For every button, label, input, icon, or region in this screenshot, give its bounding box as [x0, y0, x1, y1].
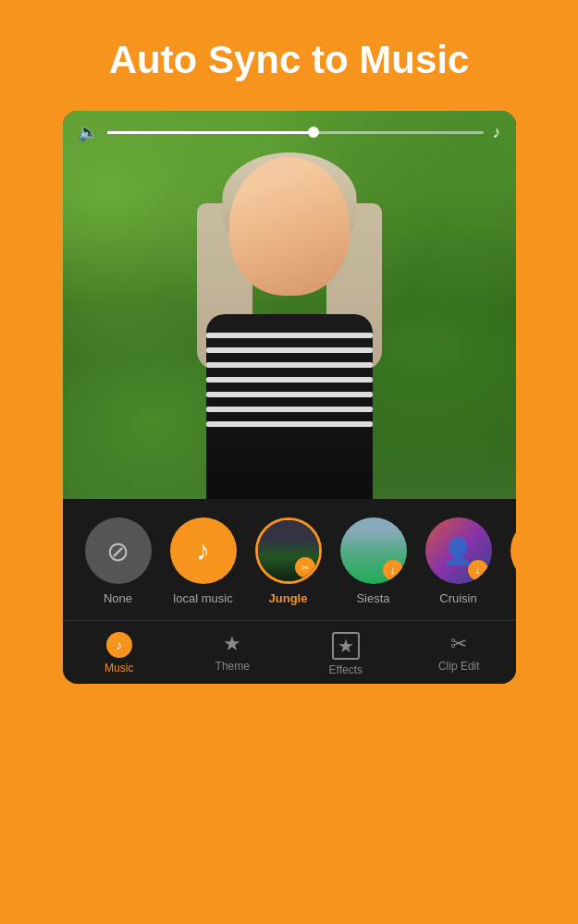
- video-frame: [63, 111, 516, 499]
- download-badge-siesta: ↓: [383, 560, 403, 580]
- bottom-nav: ♪ Music ★ Theme ★ Effects ✂ Clip Edit: [63, 620, 516, 684]
- video-player: 🔈 ♪: [63, 111, 516, 499]
- speaker-icon[interactable]: 🔈: [78, 122, 98, 142]
- nav-item-theme[interactable]: ★ Theme: [176, 628, 289, 680]
- music-item-cruisin[interactable]: 👤 ↓ Cruisin: [422, 517, 496, 605]
- local-music-icon: ♪: [196, 535, 210, 566]
- progress-thumb: [308, 127, 319, 138]
- scissors-icon: ✂: [450, 632, 467, 656]
- siesta-circle: ↓: [340, 517, 407, 584]
- none-icon: ⊘: [106, 535, 129, 567]
- person-body: [206, 314, 373, 499]
- nav-label-theme: Theme: [215, 660, 250, 673]
- jungle-circle: ✂: [255, 517, 322, 584]
- app-container: 🔈 ♪ ⊘ None: [63, 111, 516, 684]
- shirt-stripe: [206, 421, 373, 427]
- nav-item-clip-edit[interactable]: ✂ Clip Edit: [402, 628, 516, 680]
- local-circle: ♪: [170, 517, 237, 584]
- scissors-badge: ✂: [295, 557, 315, 578]
- shirt-stripe: [206, 392, 373, 397]
- nav-label-clip-edit: Clip Edit: [438, 660, 480, 673]
- music-scroll-list: ⊘ None ♪ local music ✂: [63, 517, 516, 605]
- none-label: None: [104, 591, 132, 605]
- cruisin-circle: 👤 ↓: [425, 517, 492, 584]
- page-title: Auto Sync to Music: [109, 37, 470, 83]
- shirt-stripe: [206, 347, 373, 353]
- cruisin-label: Cruisin: [439, 591, 476, 605]
- nav-label-effects: Effects: [329, 663, 363, 676]
- partial-circle: ♪: [510, 517, 516, 584]
- local-label: local music: [173, 591, 232, 605]
- effects-icon: ★: [332, 632, 360, 660]
- music-item-jungle[interactable]: ✂ Jungle: [252, 517, 326, 605]
- nav-item-music[interactable]: ♪ Music: [63, 628, 177, 680]
- star-icon: ★: [223, 632, 241, 656]
- person-portrait: [178, 148, 400, 499]
- video-controls: 🔈 ♪: [63, 122, 516, 142]
- download-badge-cruisin: ↓: [468, 560, 488, 580]
- shirt-stripe: [206, 333, 373, 338]
- nav-item-effects[interactable]: ★ Effects: [289, 628, 403, 680]
- music-item-siesta[interactable]: ↓ Siesta: [337, 517, 411, 605]
- music-nav-icon: ♪: [106, 632, 132, 658]
- shirt-stripe: [206, 362, 373, 368]
- nav-label-music: Music: [105, 662, 133, 675]
- music-note-icon: ♪: [493, 123, 501, 142]
- music-item-local[interactable]: ♪ local music: [166, 517, 240, 605]
- progress-bar[interactable]: [107, 131, 484, 134]
- person-face: [229, 157, 350, 296]
- music-item-partial[interactable]: ♪ Ju...: [507, 517, 516, 605]
- shirt-stripe: [206, 377, 373, 383]
- none-circle: ⊘: [85, 517, 152, 584]
- music-item-none[interactable]: ⊘ None: [81, 517, 155, 605]
- jungle-label: Jungle: [269, 591, 308, 605]
- siesta-label: Siesta: [356, 591, 389, 605]
- music-panel: ⊘ None ♪ local music ✂: [63, 499, 516, 684]
- progress-fill: [107, 131, 314, 134]
- shirt-stripe: [206, 407, 373, 412]
- header: Auto Sync to Music: [0, 0, 578, 111]
